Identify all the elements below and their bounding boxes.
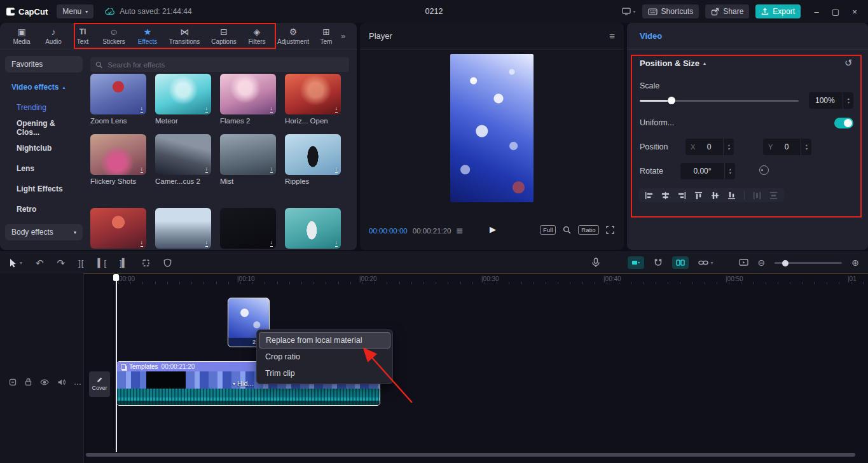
align-center-vertical-icon[interactable] bbox=[711, 191, 719, 200]
zoom-in-icon[interactable]: ⊕ bbox=[851, 258, 859, 268]
zoom-slider-handle[interactable] bbox=[782, 260, 789, 266]
menu-item-crop-ratio[interactable]: Crop ratio bbox=[259, 349, 390, 365]
sidebar-item-opening-closing[interactable]: Opening & Clos... bbox=[5, 120, 83, 136]
share-button[interactable]: Share bbox=[705, 4, 749, 18]
sidebar-item-body-effects[interactable]: Body effects▾ bbox=[5, 224, 83, 240]
rotate-field[interactable]: 0.00° ▴▾ bbox=[680, 163, 735, 179]
ratio-button[interactable]: Ratio bbox=[578, 225, 598, 235]
position-y-field[interactable]: Y 0 ▴▾ bbox=[763, 139, 811, 155]
x-stepper[interactable]: ▴▾ bbox=[723, 139, 734, 155]
close-button[interactable]: × bbox=[845, 7, 864, 17]
menu-item-replace-from-local[interactable]: Replace from local material bbox=[259, 332, 390, 349]
tab-audio[interactable]: ♪Audio bbox=[39, 27, 67, 45]
align-top-icon[interactable] bbox=[694, 191, 703, 200]
align-left-icon[interactable] bbox=[645, 191, 653, 200]
effect-thumbnail-zoom-lens[interactable]: ↓ bbox=[90, 74, 146, 114]
tab-stickers[interactable]: ☺Stickers bbox=[98, 27, 130, 45]
more-track-options-icon[interactable]: … bbox=[74, 380, 81, 384]
effect-thumbnail[interactable]: ↓ bbox=[155, 208, 211, 249]
export-button[interactable]: Export bbox=[755, 4, 801, 18]
inspector-tab-video[interactable]: Video bbox=[640, 31, 662, 41]
redo-button[interactable]: ↷ bbox=[57, 258, 65, 268]
position-size-section-header[interactable]: Position & Size ▴ bbox=[640, 59, 706, 68]
display-device-button[interactable]: ▾ bbox=[622, 8, 636, 15]
effect-thumbnail[interactable]: ↓ bbox=[285, 208, 341, 249]
scale-stepper[interactable]: ▴▾ bbox=[843, 92, 853, 109]
scale-slider-handle[interactable] bbox=[668, 97, 675, 104]
effect-thumbnail-mist[interactable]: ↓ bbox=[220, 134, 276, 175]
preview-quality-icon[interactable] bbox=[739, 259, 748, 267]
maximize-button[interactable]: ▢ bbox=[826, 7, 845, 17]
playhead-handle[interactable] bbox=[113, 274, 119, 281]
effect-thumbnail-flickery-shots[interactable]: ↓ bbox=[90, 134, 146, 175]
fullscreen-icon[interactable] bbox=[606, 226, 614, 234]
uniform-scale-toggle[interactable] bbox=[834, 118, 853, 128]
link-mode-dropdown[interactable]: ▾ bbox=[698, 259, 713, 266]
track-options-icon[interactable] bbox=[9, 378, 17, 386]
search-input[interactable] bbox=[106, 60, 344, 69]
distribute-vertical-icon[interactable] bbox=[769, 191, 778, 200]
play-button[interactable]: ▶ bbox=[490, 225, 496, 234]
align-bottom-icon[interactable] bbox=[727, 191, 736, 200]
y-stepper[interactable]: ▴▾ bbox=[801, 139, 811, 155]
timeline-horizontal-scrollbar[interactable] bbox=[86, 453, 855, 457]
effect-thumbnail-flames-2[interactable]: ↓ bbox=[220, 74, 276, 114]
sidebar-item-favorites[interactable]: Favorites bbox=[5, 56, 83, 73]
tab-templates[interactable]: ⊞Tem bbox=[317, 27, 336, 45]
main-track-magnet-toggle[interactable] bbox=[628, 256, 644, 269]
tab-media[interactable]: ▣Media bbox=[8, 27, 36, 45]
effect-thumbnail-meteor[interactable]: ↓ bbox=[155, 74, 211, 114]
effect-thumbnail[interactable]: ↓ bbox=[90, 208, 146, 249]
tab-captions[interactable]: ⊟Captions bbox=[207, 27, 240, 45]
delete-clip-button[interactable] bbox=[142, 259, 150, 267]
menu-item-trim-clip[interactable]: Trim clip bbox=[259, 365, 390, 382]
snapping-magnet-icon[interactable] bbox=[654, 258, 663, 267]
sidebar-item-retro[interactable]: Retro bbox=[5, 201, 83, 218]
record-voiceover-icon[interactable] bbox=[592, 258, 600, 268]
effect-thumbnail-horiz-open[interactable]: ↓ bbox=[285, 74, 341, 114]
scale-value-field[interactable]: 100% ▴▾ bbox=[809, 92, 853, 109]
toggle-visibility-icon[interactable] bbox=[40, 379, 49, 385]
align-center-horizontal-icon[interactable] bbox=[661, 191, 670, 200]
panel-expand-icon[interactable]: » bbox=[341, 31, 345, 41]
rotate-dial[interactable] bbox=[759, 165, 769, 175]
effect-thumbnail-camera-focus-2[interactable]: ↓ bbox=[155, 134, 211, 175]
reset-icon[interactable]: ↺ bbox=[844, 57, 853, 69]
undo-button[interactable]: ↶ bbox=[36, 258, 44, 268]
distribute-horizontal-icon[interactable] bbox=[753, 191, 761, 200]
tab-filters[interactable]: ◈Filters bbox=[244, 27, 270, 45]
playhead-line[interactable] bbox=[116, 274, 117, 452]
zoom-out-icon[interactable]: ⊖ bbox=[758, 258, 766, 268]
tab-transitions[interactable]: ⋈Transitions bbox=[165, 27, 203, 45]
cover-button[interactable]: Cover bbox=[89, 371, 110, 397]
frame-view-icon[interactable]: ▦ bbox=[457, 226, 463, 235]
zoom-fit-icon[interactable] bbox=[563, 226, 571, 234]
tab-effects[interactable]: ★Effects bbox=[134, 27, 162, 45]
lock-track-icon[interactable] bbox=[25, 378, 32, 386]
sidebar-item-lens[interactable]: Lens bbox=[5, 160, 83, 177]
sidebar-item-trending[interactable]: Trending bbox=[5, 99, 83, 116]
mute-track-icon[interactable] bbox=[57, 378, 65, 386]
split-button[interactable]: ][ bbox=[78, 258, 84, 268]
sidebar-item-video-effects[interactable]: Video effects▴ bbox=[5, 79, 83, 95]
select-tool-button[interactable]: ▾ bbox=[9, 258, 22, 268]
tab-adjustment[interactable]: ⚙Adjustment bbox=[273, 27, 313, 45]
tab-text[interactable]: TIText bbox=[71, 27, 94, 45]
effect-thumbnail-ripples[interactable]: ↓ bbox=[285, 134, 341, 175]
timeline-ruler[interactable] bbox=[83, 274, 868, 284]
delete-left-button[interactable]: ▍[ bbox=[97, 258, 106, 268]
shortcuts-button[interactable]: Shortcuts bbox=[642, 4, 699, 18]
sidebar-item-light-effects[interactable]: Light Effects bbox=[5, 181, 83, 197]
position-x-field[interactable]: X 0 ▴▾ bbox=[685, 139, 734, 155]
hide-tracks-button[interactable]: ▾ Hid... bbox=[233, 380, 254, 387]
full-preview-button[interactable]: Full bbox=[540, 225, 556, 235]
menu-button[interactable]: Menu ▾ bbox=[57, 4, 93, 18]
effect-thumbnail[interactable]: ↓ bbox=[220, 208, 276, 249]
minimize-button[interactable]: – bbox=[807, 7, 826, 17]
rotate-stepper[interactable]: ▴▾ bbox=[724, 163, 735, 179]
delete-right-button[interactable]: ]▍ bbox=[120, 258, 128, 268]
align-right-icon[interactable] bbox=[678, 191, 686, 200]
linkage-toggle[interactable] bbox=[672, 256, 689, 269]
video-preview[interactable] bbox=[450, 54, 534, 202]
timeline-zoom-slider[interactable] bbox=[775, 251, 842, 274]
